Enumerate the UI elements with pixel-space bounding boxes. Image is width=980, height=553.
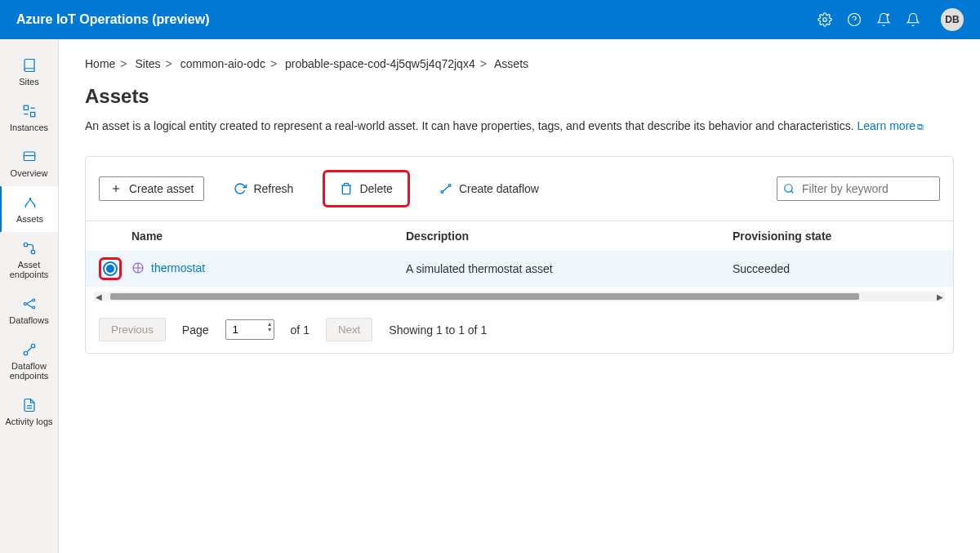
pager: Previous Page ▲▼ of 1 Next Showing 1 to … xyxy=(86,306,953,353)
filter-input-wrap xyxy=(777,176,940,201)
search-icon xyxy=(783,183,795,194)
scroll-thumb[interactable] xyxy=(110,293,859,300)
page-label: Page xyxy=(182,323,209,337)
page-title: Assets xyxy=(85,85,954,108)
assets-panel: Create asset Refresh Delete Create dataf… xyxy=(85,156,954,354)
external-link-icon: ⧉ xyxy=(917,122,924,132)
svg-point-11 xyxy=(32,299,34,301)
asset-type-icon xyxy=(131,261,145,274)
sidebar: Sites Instances Overview Assets Asset en… xyxy=(0,39,59,553)
breadcrumb: Home> Sites> common-aio-odc> probable-sp… xyxy=(85,57,954,70)
breadcrumb-item: Assets xyxy=(494,57,528,70)
activity-logs-icon xyxy=(21,397,38,413)
sidebar-label: Dataflows xyxy=(9,315,48,325)
showing-label: Showing 1 to 1 of 1 xyxy=(389,323,487,337)
svg-point-14 xyxy=(31,344,35,348)
sites-icon xyxy=(21,57,38,74)
spinner-buttons[interactable]: ▲▼ xyxy=(267,321,273,332)
sidebar-item-sites[interactable]: Sites xyxy=(0,49,58,95)
learn-more-link[interactable]: Learn more⧉ xyxy=(858,119,924,132)
svg-rect-4 xyxy=(24,105,28,109)
dataflow-icon xyxy=(439,182,452,195)
asset-endpoints-icon xyxy=(21,240,38,256)
svg-point-8 xyxy=(24,243,28,247)
delete-button[interactable]: Delete xyxy=(330,177,402,200)
sidebar-label: Activity logs xyxy=(5,417,52,426)
notifications-icon[interactable] xyxy=(905,11,921,28)
settings-icon[interactable] xyxy=(817,11,833,28)
trash-icon xyxy=(340,182,353,195)
refresh-button[interactable]: Refresh xyxy=(224,177,303,200)
svg-point-9 xyxy=(31,250,35,254)
dataflows-icon xyxy=(21,296,38,312)
delete-highlight: Delete xyxy=(323,170,409,207)
svg-point-19 xyxy=(441,191,443,194)
breadcrumb-item[interactable]: common-aio-odc xyxy=(180,57,265,70)
app-title: Azure IoT Operations (preview) xyxy=(16,12,817,27)
plus-icon xyxy=(109,182,122,195)
scroll-right-arrow[interactable]: ▶ xyxy=(935,292,945,301)
table-header: Name Description Provisioning state xyxy=(86,221,953,251)
user-avatar[interactable]: DB xyxy=(941,8,964,31)
filter-input[interactable] xyxy=(777,176,940,201)
whats-new-icon[interactable] xyxy=(875,11,892,28)
breadcrumb-item[interactable]: probable-space-cod-4j5qw5j4q72jqx4 xyxy=(285,57,475,70)
svg-point-3 xyxy=(887,14,889,16)
sidebar-item-instances[interactable]: Instances xyxy=(0,95,58,140)
sidebar-item-dataflows[interactable]: Dataflows xyxy=(0,288,58,333)
svg-point-20 xyxy=(448,185,451,187)
create-asset-button[interactable]: Create asset xyxy=(99,176,204,201)
col-state-header[interactable]: Provisioning state xyxy=(733,230,940,243)
table-row[interactable]: thermostat A simulated thermostat asset … xyxy=(86,251,953,287)
svg-rect-5 xyxy=(30,113,34,117)
instances-icon xyxy=(21,103,38,119)
sidebar-item-asset-endpoints[interactable]: Asset endpoints xyxy=(0,232,58,288)
overview-icon xyxy=(21,149,38,165)
sidebar-label: Dataflow endpoints xyxy=(3,361,55,381)
breadcrumb-item[interactable]: Home xyxy=(85,57,115,70)
create-dataflow-button[interactable]: Create dataflow xyxy=(430,177,549,200)
header-actions: DB xyxy=(817,8,964,31)
asset-link[interactable]: thermostat xyxy=(131,261,205,274)
col-desc-header[interactable]: Description xyxy=(406,230,733,243)
main-content: Home> Sites> common-aio-odc> probable-sp… xyxy=(59,39,980,553)
app-header: Azure IoT Operations (preview) DB xyxy=(0,0,980,39)
page-description: An asset is a logical entity created to … xyxy=(85,118,954,135)
of-label: of 1 xyxy=(291,323,310,337)
svg-point-1 xyxy=(849,14,861,26)
svg-point-10 xyxy=(24,303,26,305)
sidebar-label: Asset endpoints xyxy=(3,260,55,279)
row-radio-selected[interactable] xyxy=(103,261,118,276)
dataflow-endpoints-icon xyxy=(21,341,38,358)
sidebar-label: Assets xyxy=(16,214,43,224)
svg-line-22 xyxy=(791,191,794,194)
row-state: Succeeded xyxy=(733,262,940,275)
svg-point-13 xyxy=(24,351,28,355)
breadcrumb-item[interactable]: Sites xyxy=(135,57,160,70)
sidebar-item-activity-logs[interactable]: Activity logs xyxy=(0,389,58,435)
svg-point-0 xyxy=(823,18,827,22)
col-name-header[interactable]: Name xyxy=(131,230,406,243)
svg-rect-6 xyxy=(24,152,35,161)
svg-point-21 xyxy=(785,185,792,192)
sidebar-item-dataflow-endpoints[interactable]: Dataflow endpoints xyxy=(0,333,58,389)
next-button[interactable]: Next xyxy=(326,318,372,341)
assets-icon xyxy=(22,194,38,211)
horizontal-scrollbar[interactable]: ◀ ▶ xyxy=(94,292,945,301)
svg-point-12 xyxy=(32,306,34,309)
radio-highlight xyxy=(99,257,122,280)
scroll-left-arrow[interactable]: ◀ xyxy=(94,292,104,301)
sidebar-label: Sites xyxy=(19,77,38,87)
row-description: A simulated thermostat asset xyxy=(406,262,733,275)
refresh-icon xyxy=(234,182,247,195)
sidebar-label: Overview xyxy=(11,168,48,178)
sidebar-item-overview[interactable]: Overview xyxy=(0,140,58,186)
sidebar-label: Instances xyxy=(10,123,48,132)
previous-button[interactable]: Previous xyxy=(99,318,166,341)
sidebar-item-assets[interactable]: Assets xyxy=(0,186,58,232)
help-icon[interactable] xyxy=(846,11,862,28)
toolbar: Create asset Refresh Delete Create dataf… xyxy=(86,157,953,221)
